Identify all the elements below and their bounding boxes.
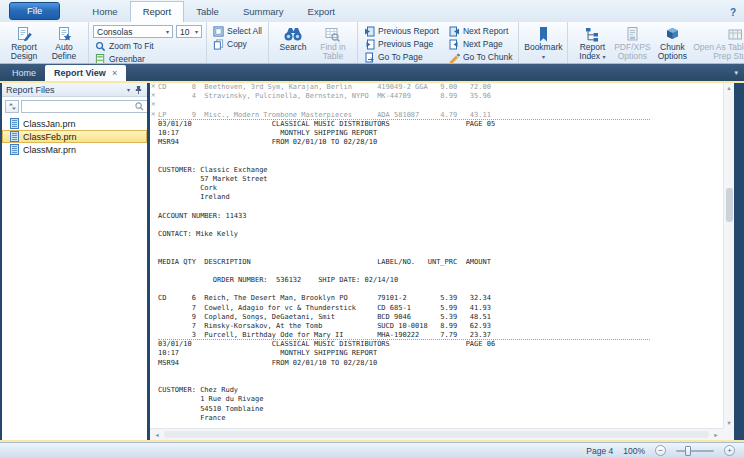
- auto-define-label: Auto Define: [44, 43, 84, 61]
- scroll-right-icon[interactable]: ►: [712, 429, 720, 441]
- report-content[interactable]: CD 8 Beethoven, 3rd Sym, Karajan, Berlin…: [150, 83, 723, 428]
- next-report-label: Next Report: [463, 26, 508, 36]
- document-tab-report-view[interactable]: Report View×: [45, 65, 126, 81]
- ribbon-tab-file[interactable]: File: [9, 2, 60, 20]
- pdf-xps-options-button[interactable]: PDF/XPS Options: [612, 23, 652, 61]
- report-line: 03/01/10 CLASSICAL MUSIC DISTRIBUTORS PA…: [158, 340, 723, 349]
- tab-list-dropdown-icon[interactable]: ▾: [734, 69, 744, 81]
- report-line: 54510 Tomblaine: [158, 405, 723, 414]
- sort-button[interactable]: [5, 100, 19, 113]
- search-button[interactable]: Search: [273, 23, 313, 52]
- vertical-scroll-thumb[interactable]: [726, 188, 733, 222]
- line-marker-icon: ×: [151, 110, 156, 119]
- report-file-item[interactable]: ClassMar.prn: [2, 143, 147, 156]
- find-in-table-icon: [324, 25, 341, 43]
- document-tab-home[interactable]: Home: [3, 65, 45, 81]
- file-name: ClassMar.prn: [23, 145, 76, 155]
- report-line: [158, 368, 723, 377]
- previous-page-button[interactable]: Previous Page: [362, 38, 441, 50]
- ribbon-group-view: Consolas ▾ 10 ▾ Zoom To Fit: [89, 22, 207, 63]
- find-in-table-button[interactable]: Find in Table: [313, 23, 353, 61]
- report-line: [158, 157, 723, 166]
- report-line: 10:17 MONTHLY SHIPPING REPORT: [158, 129, 723, 138]
- previous-report-button[interactable]: Previous Report: [362, 25, 441, 37]
- chunk-options-button[interactable]: Chunk Options: [652, 23, 692, 61]
- horizontal-scroll-thumb[interactable]: [164, 431, 709, 438]
- zoom-level: 100%: [623, 446, 645, 456]
- report-line: [158, 239, 723, 248]
- zoom-in-button[interactable]: +: [724, 445, 735, 456]
- close-tab-icon[interactable]: ×: [112, 68, 117, 78]
- ribbon-tab-summary[interactable]: Summary: [231, 2, 296, 22]
- report-line: Cork: [158, 184, 723, 193]
- go-to-chunk-icon: [449, 52, 460, 63]
- ribbon-tab-row: FileHomeReportTableSummaryExport ?: [0, 0, 744, 22]
- chunk-options-label: Chunk Options: [652, 43, 692, 61]
- vertical-scrollbar[interactable]: ▲ ▼: [723, 83, 734, 428]
- scroll-down-icon[interactable]: ▼: [724, 418, 734, 428]
- pdf-xps-options-label: PDF/XPS Options: [612, 43, 652, 61]
- scroll-up-icon[interactable]: ▲: [724, 83, 734, 93]
- next-page-button[interactable]: Next Page: [447, 38, 514, 50]
- bookmark-button[interactable]: Bookmark▾: [523, 23, 563, 62]
- zoom-to-fit-button[interactable]: Zoom To Fit: [93, 40, 202, 52]
- search-input[interactable]: [25, 102, 135, 111]
- bookmark-icon: [535, 25, 552, 43]
- auto-define-button[interactable]: Auto Define: [44, 23, 84, 61]
- report-line: 3 Purcell, Birthday Ode for Mary II MHA-…: [158, 331, 723, 340]
- ribbon-tab-report[interactable]: Report: [130, 1, 185, 22]
- previous-page-icon: [364, 39, 375, 50]
- go-to-chunk-button[interactable]: Go To Chunk: [447, 51, 514, 63]
- report-line: 10:17 MONTHLY SHIPPING REPORT: [158, 349, 723, 358]
- zoom-slider-track: [676, 450, 714, 452]
- previous-report-label: Previous Report: [378, 26, 439, 36]
- next-page-icon: [449, 39, 460, 50]
- go-to-page-button[interactable]: Go To Page: [362, 51, 441, 63]
- report-line: LP 9 Misc., Modern Trombone Masterpieces…: [158, 111, 723, 120]
- scroll-left-icon[interactable]: ◄: [153, 429, 161, 441]
- report-view: CD 8 Beethoven, 3rd Sym, Karajan, Berlin…: [150, 83, 734, 440]
- pdf-xps-options-icon: [624, 25, 641, 43]
- pin-icon[interactable]: [134, 85, 143, 95]
- zoom-slider[interactable]: [676, 445, 714, 456]
- report-line: CONTACT: Mike Kelly: [158, 230, 723, 239]
- report-line: [158, 221, 723, 230]
- horizontal-scrollbar[interactable]: ◄ ►: [150, 428, 723, 440]
- ribbon-tab-table[interactable]: Table: [184, 2, 231, 22]
- report-file-item[interactable]: ClassJan.prn: [2, 117, 147, 130]
- panel-header: Report Files ▾: [2, 83, 147, 97]
- report-file-item[interactable]: ClassFeb.prn: [2, 130, 147, 143]
- ribbon-tab-home[interactable]: Home: [80, 2, 129, 22]
- open-as-table-button[interactable]: Open As Table in Data Prep Studio: [692, 23, 744, 61]
- help-icon[interactable]: ?: [730, 7, 744, 18]
- report-line: CD 8 Beethoven, 3rd Sym, Karajan, Berlin…: [158, 83, 723, 92]
- report-index-button[interactable]: Report Index ▾: [572, 23, 612, 62]
- font-size-select[interactable]: 10 ▾: [176, 25, 202, 38]
- chunk-options-icon: [664, 25, 681, 43]
- file-name: ClassJan.prn: [23, 119, 76, 129]
- zoom-out-button[interactable]: −: [655, 445, 666, 456]
- greenbar-button[interactable]: Greenbar: [93, 53, 202, 64]
- zoom-slider-thumb[interactable]: [685, 446, 691, 456]
- ribbon-group-design: Report Design Auto Define: [0, 22, 89, 63]
- select-all-button[interactable]: Select All: [211, 25, 264, 37]
- font-family-select[interactable]: Consolas ▾: [93, 25, 173, 38]
- copy-button[interactable]: Copy: [211, 38, 264, 50]
- search-label: Search: [280, 43, 307, 52]
- greenbar-label: Greenbar: [109, 54, 145, 64]
- next-report-button[interactable]: Next Report: [447, 25, 514, 37]
- report-design-button[interactable]: Report Design: [4, 23, 44, 61]
- panel-menu-icon[interactable]: ▾: [127, 86, 130, 93]
- page-indicator: Page 4: [586, 446, 613, 456]
- report-line: [158, 285, 723, 294]
- open-as-table-icon: [727, 25, 744, 43]
- chevron-down-icon: ▾: [163, 28, 169, 35]
- report-line: Ireland: [158, 193, 723, 202]
- report-line: 1 Rue du Rivage: [158, 395, 723, 404]
- ribbon-tab-export[interactable]: Export: [296, 2, 347, 22]
- go-to-page-label: Go To Page: [378, 52, 423, 62]
- report-line: 4 Stravinsky, Pulcinella, Bernstein, NYP…: [158, 92, 723, 101]
- status-bar: Page 4 100% − +: [0, 442, 744, 458]
- chevron-down-icon: ▾: [542, 54, 545, 60]
- panel-title: Report Files: [6, 85, 123, 95]
